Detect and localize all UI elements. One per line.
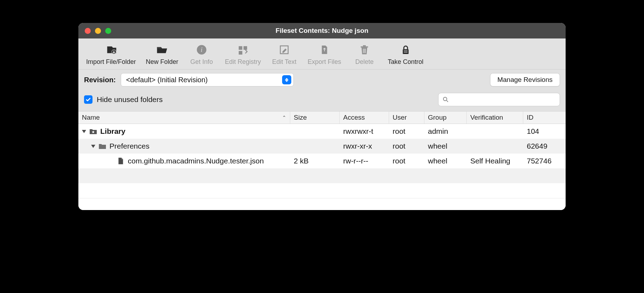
button-label: Manage Revisions bbox=[497, 76, 553, 84]
sort-indicator-icon: ⌃ bbox=[282, 115, 286, 120]
lock-icon bbox=[399, 43, 413, 57]
chevron-updown-icon bbox=[282, 75, 291, 84]
cell-access: rwxr-xr-x bbox=[340, 142, 389, 150]
svg-text:i: i bbox=[201, 46, 203, 53]
toolbar-label: New Folder bbox=[146, 58, 178, 66]
close-button[interactable] bbox=[85, 28, 91, 34]
svg-rect-6 bbox=[239, 51, 242, 54]
revision-select[interactable]: <default> (Initial Revision) bbox=[121, 73, 294, 86]
toolbar-label: Import File/Folder bbox=[86, 58, 136, 66]
svg-rect-10 bbox=[363, 49, 364, 53]
cell-name: Library bbox=[78, 127, 290, 136]
svg-rect-12 bbox=[365, 49, 366, 53]
cell-name: Preferences bbox=[78, 142, 290, 150]
trash-icon bbox=[357, 43, 371, 57]
edit-registry-button: Edit Registry bbox=[221, 41, 265, 67]
disclosure-triangle-icon[interactable] bbox=[91, 145, 95, 148]
toolbar-label: Delete bbox=[355, 58, 374, 66]
table-row bbox=[78, 168, 566, 183]
toolbar-label: Edit Text bbox=[272, 58, 297, 66]
window: Fileset Contents: Nudge json Import File… bbox=[78, 23, 566, 210]
column-header-verification[interactable]: Verification bbox=[467, 112, 523, 124]
folder-star-icon bbox=[89, 127, 97, 136]
svg-rect-5 bbox=[244, 46, 247, 50]
disclosure-triangle-icon[interactable] bbox=[82, 130, 86, 133]
column-header-user[interactable]: User bbox=[389, 112, 424, 124]
svg-rect-4 bbox=[239, 46, 242, 50]
toolbar-label: Edit Registry bbox=[225, 58, 261, 66]
column-header-name[interactable]: Name⌃ bbox=[78, 112, 290, 124]
cell-group: admin bbox=[424, 127, 467, 136]
import-file-folder-button[interactable]: Import File/Folder bbox=[82, 41, 140, 67]
svg-rect-15 bbox=[404, 52, 407, 53]
titlebar: Fileset Contents: Nudge json bbox=[78, 23, 566, 38]
search-field[interactable] bbox=[438, 93, 560, 106]
revision-bar: Revision: <default> (Initial Revision) M… bbox=[78, 70, 566, 91]
search-input[interactable] bbox=[452, 96, 555, 103]
window-title: Fileset Contents: Nudge json bbox=[78, 27, 566, 35]
column-header-access[interactable]: Access bbox=[340, 112, 389, 124]
new-folder-button[interactable]: New Folder bbox=[142, 41, 183, 67]
cell-name: com.github.macadmins.Nudge.tester.json bbox=[78, 157, 290, 165]
hide-unused-checkbox[interactable] bbox=[84, 95, 93, 104]
toolbar-label: Export Files bbox=[308, 58, 341, 66]
edit-text-icon bbox=[277, 43, 291, 57]
column-header-size[interactable]: Size bbox=[290, 112, 340, 124]
cell-id: 62649 bbox=[523, 142, 566, 150]
svg-rect-13 bbox=[402, 49, 409, 54]
folder-open-icon bbox=[155, 43, 169, 57]
import-icon bbox=[104, 43, 118, 57]
cell-id: 752746 bbox=[523, 157, 566, 165]
revision-label: Revision: bbox=[84, 76, 116, 84]
table-row[interactable]: Preferences rwxr-xr-x root wheel 62649 bbox=[78, 139, 566, 154]
zoom-button[interactable] bbox=[105, 28, 111, 34]
table-row[interactable]: Library rwxrwxr-t root admin 104 bbox=[78, 124, 566, 139]
export-files-button: Export Files bbox=[303, 41, 345, 67]
svg-rect-14 bbox=[404, 50, 407, 51]
cell-verification: Self Healing bbox=[467, 157, 523, 165]
file-icon bbox=[117, 157, 125, 165]
cell-size: 2 kB bbox=[290, 157, 340, 165]
svg-rect-8 bbox=[361, 46, 368, 47]
row-name: Library bbox=[100, 127, 125, 136]
cell-group: wheel bbox=[424, 157, 467, 165]
table-header: Name⌃ Size Access User Group Verificatio… bbox=[78, 111, 566, 124]
cell-user: root bbox=[389, 127, 424, 136]
cell-id: 104 bbox=[523, 127, 566, 136]
column-header-id[interactable]: ID bbox=[523, 112, 566, 124]
hide-unused-label: Hide unused folders bbox=[97, 95, 163, 104]
minimize-button[interactable] bbox=[95, 28, 101, 34]
window-footer bbox=[78, 198, 566, 210]
cell-user: root bbox=[389, 157, 424, 165]
svg-rect-11 bbox=[364, 49, 365, 53]
svg-point-16 bbox=[443, 97, 447, 101]
cell-access: rw-r--r-- bbox=[340, 157, 389, 165]
info-icon: i bbox=[195, 43, 209, 57]
registry-icon bbox=[236, 43, 250, 57]
delete-button: Delete bbox=[347, 41, 382, 67]
manage-revisions-button[interactable]: Manage Revisions bbox=[490, 73, 560, 86]
table-row bbox=[78, 183, 566, 198]
options-row: Hide unused folders bbox=[78, 91, 566, 111]
take-control-button[interactable]: Take Control bbox=[383, 41, 428, 67]
row-name: Preferences bbox=[109, 142, 149, 150]
toolbar: Import File/Folder New Folder i Get Info… bbox=[78, 38, 566, 70]
row-name: com.github.macadmins.Nudge.tester.json bbox=[128, 157, 264, 165]
folder-icon bbox=[98, 142, 107, 150]
column-header-group[interactable]: Group bbox=[424, 112, 467, 124]
traffic-lights bbox=[85, 28, 111, 34]
cell-access: rwxrwxr-t bbox=[340, 127, 389, 136]
export-icon bbox=[317, 43, 332, 57]
svg-rect-9 bbox=[363, 45, 366, 46]
edit-text-button: Edit Text bbox=[267, 41, 302, 67]
revision-value: <default> (Initial Revision) bbox=[126, 76, 208, 84]
table-row[interactable]: com.github.macadmins.Nudge.tester.json 2… bbox=[78, 154, 566, 168]
cell-group: wheel bbox=[424, 142, 467, 150]
get-info-button: i Get Info bbox=[184, 41, 219, 67]
cell-user: root bbox=[389, 142, 424, 150]
search-icon bbox=[443, 96, 449, 103]
toolbar-label: Take Control bbox=[388, 58, 423, 66]
toolbar-label: Get Info bbox=[190, 58, 213, 66]
table-body: Library rwxrwxr-t root admin 104 Prefere… bbox=[78, 124, 566, 198]
